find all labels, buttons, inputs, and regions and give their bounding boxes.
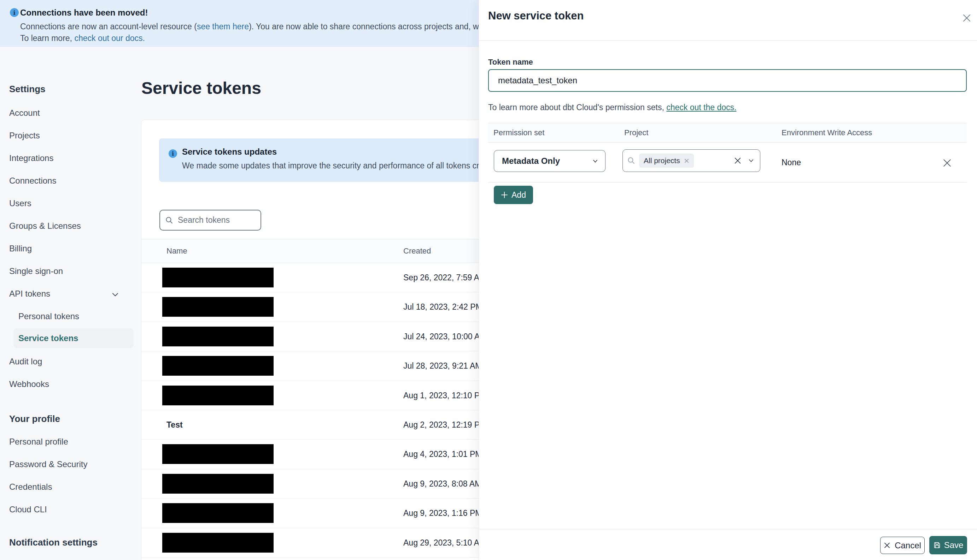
- permission-row: Metadata Only All projects No: [488, 143, 967, 183]
- column-header-created: Created: [403, 239, 431, 263]
- add-permission-button[interactable]: Add: [494, 186, 533, 204]
- search-icon: [165, 216, 174, 225]
- close-panel-button[interactable]: [959, 11, 974, 25]
- environment-write-access-value: None: [781, 143, 801, 183]
- panel-header-divider: [479, 40, 977, 41]
- permissions-table-header: Permission set Project Environment Write…: [488, 123, 967, 143]
- new-service-token-panel: New service token Token name To learn mo…: [478, 0, 977, 560]
- sidebar-item-users[interactable]: Users: [9, 198, 32, 208]
- close-icon: [962, 13, 971, 23]
- token-created-date: Aug 9, 2023, 8:08 AM P: [403, 469, 489, 498]
- sidebar-item-service-tokens-active[interactable]: Service tokens: [13, 328, 134, 348]
- callout-title: Service tokens updates: [182, 147, 277, 157]
- sidebar-item-webhooks[interactable]: Webhooks: [9, 379, 49, 389]
- sidebar-section-settings: Settings: [9, 84, 45, 95]
- token-name-input[interactable]: [488, 69, 967, 92]
- cancel-button[interactable]: Cancel: [880, 537, 925, 554]
- token-created-date: Jul 18, 2023, 2:42 PM P: [403, 292, 490, 322]
- search-icon: [627, 157, 636, 165]
- settings-sidebar: Settings Account Projects Integrations C…: [0, 47, 141, 560]
- plus-icon: [501, 192, 508, 198]
- sidebar-item-cloud-cli[interactable]: Cloud CLI: [9, 505, 47, 515]
- sidebar-section-your-profile: Your profile: [9, 413, 60, 424]
- token-created-date: Jul 24, 2023, 10:00 AM: [403, 322, 486, 351]
- save-disk-icon: [933, 541, 941, 549]
- column-header-name: Name: [166, 239, 187, 263]
- redacted-token-name: [162, 503, 274, 523]
- permission-set-select[interactable]: Metadata Only: [494, 150, 606, 172]
- close-icon: [942, 158, 952, 168]
- redacted-token-name: [162, 327, 274, 347]
- token-created-date: Jul 28, 2023, 9:21 AM P: [403, 351, 490, 381]
- sidebar-item-connections[interactable]: Connections: [9, 176, 56, 186]
- banner-footer: To learn more, check out our docs.: [20, 33, 145, 43]
- redacted-token-name: [162, 533, 274, 553]
- column-header-environment-write-access: Environment Write Access: [781, 123, 872, 142]
- sidebar-item-billing[interactable]: Billing: [9, 243, 32, 253]
- token-created-date: Aug 4, 2023, 1:01 PM P: [403, 440, 490, 469]
- panel-footer-divider: [479, 529, 977, 529]
- chip-label: All projects: [644, 157, 680, 165]
- banner-body-text: Connections are now an account-level res…: [20, 22, 197, 31]
- info-icon: i: [10, 8, 19, 17]
- column-header-project: Project: [624, 123, 648, 142]
- banner-body: Connections are now an account-level res…: [20, 22, 523, 32]
- search-input[interactable]: [178, 215, 256, 225]
- sidebar-item-personal-tokens[interactable]: Personal tokens: [18, 312, 79, 321]
- check-out-our-docs-link[interactable]: check out our docs.: [74, 33, 145, 43]
- permission-docs-note: To learn more about dbt Cloud's permissi…: [488, 103, 736, 112]
- sidebar-item-personal-profile[interactable]: Personal profile: [9, 437, 68, 447]
- column-header-permission-set: Permission set: [494, 123, 544, 142]
- remove-chip-icon[interactable]: [684, 158, 689, 163]
- redacted-token-name: [162, 297, 274, 317]
- save-button[interactable]: Save: [929, 536, 967, 554]
- sidebar-item-account[interactable]: Account: [9, 108, 40, 118]
- docs-note-text: To learn more about dbt Cloud's permissi…: [488, 103, 666, 112]
- panel-title: New service token: [488, 10, 584, 22]
- clear-selection-icon[interactable]: [734, 157, 741, 165]
- sidebar-section-notification-settings: Notification settings: [9, 537, 97, 548]
- page-title: Service tokens: [141, 78, 261, 98]
- redacted-token-name: [162, 444, 274, 464]
- info-icon: i: [169, 149, 177, 158]
- sidebar-item-password-security[interactable]: Password & Security: [9, 459, 87, 469]
- redacted-token-name: [162, 385, 274, 405]
- chevron-down-icon[interactable]: [748, 157, 754, 164]
- see-them-here-link[interactable]: see them here: [197, 22, 249, 31]
- remove-permission-row-button[interactable]: [940, 156, 954, 170]
- add-button-label: Add: [512, 190, 526, 200]
- sidebar-item-groups-licenses[interactable]: Groups & Licenses: [9, 221, 81, 231]
- redacted-token-name: [162, 268, 274, 287]
- sidebar-item-audit-log[interactable]: Audit log: [9, 357, 42, 367]
- sidebar-item-label: Service tokens: [18, 333, 78, 343]
- sidebar-item-credentials[interactable]: Credentials: [9, 482, 52, 492]
- search-tokens-field[interactable]: [159, 210, 261, 230]
- sidebar-item-integrations[interactable]: Integrations: [9, 153, 54, 163]
- chevron-down-icon[interactable]: [110, 290, 120, 299]
- cancel-button-label: Cancel: [895, 541, 921, 550]
- sidebar-item-api-tokens[interactable]: API tokens: [9, 289, 50, 299]
- project-multiselect[interactable]: All projects: [622, 149, 760, 172]
- close-icon: [884, 542, 890, 549]
- token-name-label: Token name: [488, 58, 533, 67]
- callout-body: We made some updates that improve the se…: [182, 161, 499, 170]
- banner-footer-text: To learn more,: [20, 33, 74, 43]
- banner-title: Connections have been moved!: [20, 8, 148, 18]
- redacted-token-name: [162, 356, 274, 376]
- sidebar-item-single-sign-on[interactable]: Single sign-on: [9, 266, 63, 276]
- token-created-date: Aug 9, 2023, 1:16 PM P: [403, 498, 490, 528]
- token-name: Test: [166, 410, 183, 440]
- redacted-token-name: [162, 474, 274, 493]
- check-out-the-docs-link[interactable]: check out the docs.: [666, 103, 736, 112]
- project-chip-all-projects: All projects: [639, 153, 694, 168]
- sidebar-item-projects[interactable]: Projects: [9, 131, 40, 140]
- chevron-down-icon: [592, 157, 599, 165]
- save-button-label: Save: [944, 540, 964, 550]
- permission-set-value: Metadata Only: [502, 156, 592, 166]
